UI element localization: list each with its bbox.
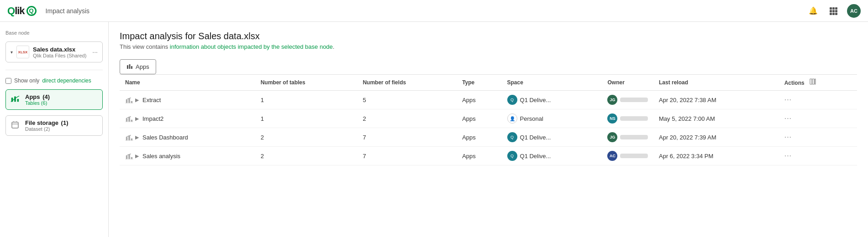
tree-item-apps-sub: Tables (6) [25,100,98,106]
cell-actions[interactable]: ··· [779,147,857,165]
subtitle-end: . [333,43,335,50]
cell-actions[interactable]: ··· [779,91,857,109]
content-subtitle: This view contains information about obj… [120,43,857,50]
svg-rect-4 [832,10,835,12]
cell-space: QQ1 Delive... [502,91,602,109]
svg-rect-21 [131,101,133,103]
logo: Qlik Q [7,5,37,17]
col-last-reload: Last reload [653,75,779,91]
table-row: ▶ Extract 15AppsQQ1 Delive...JGApr 20, 2… [120,91,857,109]
tree-item-apps-label: Apps (4) [25,93,98,100]
tab-apps-icon [126,63,133,71]
cell-owner: JG [602,128,653,147]
tab-apps[interactable]: Apps [120,59,156,74]
svg-rect-2 [835,7,837,10]
direct-dependencies-link[interactable]: direct dependencies [42,77,91,84]
row-actions-dots[interactable]: ··· [784,96,792,104]
row-expand-icon[interactable]: ▶ [135,153,139,159]
checkbox-label-plain: Show only [14,77,39,84]
row-actions-dots[interactable]: ··· [784,152,792,160]
topnav-actions: 🔔 AC [807,4,861,18]
svg-rect-0 [830,7,832,10]
owner-avatar: AC [607,151,617,161]
space-q1-icon: Q [507,132,517,142]
svg-rect-24 [131,120,133,122]
cell-num-tables: 2 [255,147,358,165]
base-node-sub: Qlik Data Files (Shared) [33,53,89,58]
more-options-icon[interactable]: ··· [92,48,98,56]
owner-name-blur [620,135,648,139]
cell-type: Apps [457,91,501,109]
svg-rect-8 [835,13,837,15]
svg-rect-6 [830,13,832,15]
grid-icon[interactable] [827,5,840,17]
cell-space: QQ1 Delive... [502,128,602,147]
cell-actions[interactable]: ··· [779,128,857,147]
row-name-text: Impact2 [142,115,163,122]
owner-avatar: JG [607,132,617,142]
svg-rect-28 [126,156,128,159]
tree-item-file-storage[interactable]: File storage (1) Dataset (2) [5,115,103,136]
svg-rect-15 [131,66,132,69]
owner-avatar: JG [607,95,617,105]
space-q1-icon: Q [507,151,517,161]
avatar[interactable]: AC [847,4,861,18]
svg-rect-18 [815,79,815,84]
col-name: Name [120,75,255,91]
svg-rect-22 [126,118,128,122]
svg-rect-16 [810,79,812,84]
row-name-text: Extract [142,97,161,103]
row-expand-icon[interactable]: ▶ [135,116,139,122]
base-node-name: Sales data.xlsx [33,46,89,53]
svg-rect-1 [832,7,835,10]
svg-rect-14 [129,64,131,69]
svg-rect-5 [835,10,837,12]
col-owner: Owner [602,75,653,91]
cell-space: 👤Personal [502,109,602,128]
bell-icon[interactable]: 🔔 [807,5,820,17]
space-personal-icon: 👤 [507,113,517,124]
tree-item-filestorage-sub: Dataset (2) [25,126,98,132]
svg-rect-19 [126,100,128,103]
xlsx-icon: XLSX [16,46,29,58]
cell-last-reload: Apr 20, 2022 7:38 AM [653,91,779,109]
cell-type: Apps [457,147,501,165]
qlik-wordmark: Qlik [7,5,25,17]
table-row: ▶ Sales analysis 27AppsQQ1 Delive...ACAp… [120,147,857,165]
topnav: Qlik Q Impact analysis 🔔 AC [0,0,868,22]
row-expand-icon[interactable]: ▶ [135,134,139,140]
expand-arrow-icon[interactable]: ▾ [11,50,13,55]
row-actions-dots[interactable]: ··· [784,114,792,123]
cell-num-tables: 1 [255,91,358,109]
tree-item-apps[interactable]: Apps (4) Tables (6) [5,89,103,110]
owner-name-blur [620,98,648,102]
cell-last-reload: May 5, 2022 7:00 AM [653,109,779,128]
main-layout: Base node ▾ XLSX Sales data.xlsx Qlik Da… [0,22,868,237]
content-area: Impact analysis for Sales data.xlsx This… [109,22,868,237]
cell-type: Apps [457,128,501,147]
direct-dependencies-checkbox[interactable] [5,78,11,84]
base-node-card[interactable]: ▾ XLSX Sales data.xlsx Qlik Data Files (… [5,41,103,62]
row-actions-dots[interactable]: ··· [784,133,792,141]
space-q1-icon: Q [507,95,517,105]
row-expand-icon[interactable]: ▶ [135,97,139,103]
base-node-info: Sales data.xlsx Qlik Data Files (Shared) [33,46,89,58]
cell-owner: JG [602,91,653,109]
cell-owner: NS [602,109,653,128]
cell-type: Apps [457,109,501,128]
row-name-text: Sales analysis [142,153,180,160]
content-title: Impact analysis for Sales data.xlsx [120,31,857,41]
col-num-fields: Number of fields [357,75,457,91]
cell-space: QQ1 Delive... [502,147,602,165]
cell-num-fields: 5 [357,91,457,109]
page-title: Impact analysis [46,7,807,15]
space-name: Q1 Delive... [520,134,551,141]
tab-apps-label: Apps [136,63,149,70]
qlik-logo-circle: Q [26,6,37,16]
cell-actions[interactable]: ··· [779,109,857,128]
subtitle-link[interactable]: information about objects impacted by th… [170,43,333,50]
column-toggle-icon[interactable] [810,78,816,86]
table-row: ▶ Impact2 12Apps👤PersonalNSMay 5, 2022 7… [120,109,857,128]
data-table: Name Number of tables Number of fields T… [120,74,857,165]
sidebar: Base node ▾ XLSX Sales data.xlsx Qlik Da… [0,22,109,237]
